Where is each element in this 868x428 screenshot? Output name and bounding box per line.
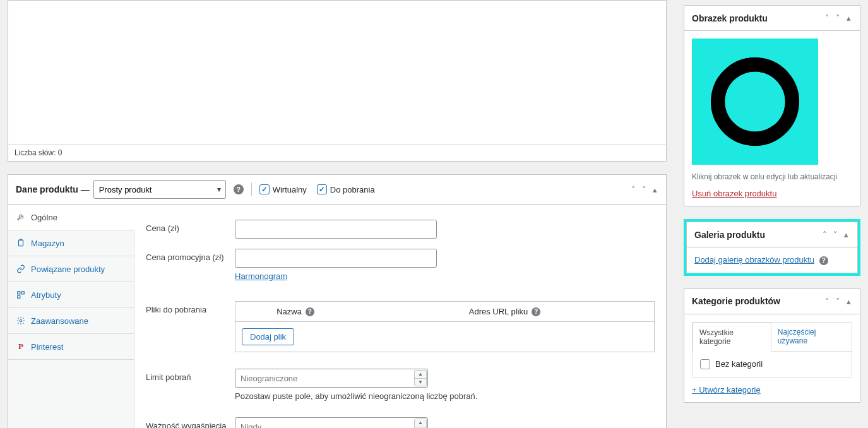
product-data-content: Cena (zł) Cena promocyjna (zł) Harmonogr… bbox=[134, 205, 666, 428]
spin-down-icon[interactable]: ▼ bbox=[415, 379, 426, 386]
tab-advanced[interactable]: Zaawansowane bbox=[8, 308, 134, 334]
svg-point-4 bbox=[20, 319, 22, 322]
move-down-icon[interactable]: ˅ bbox=[832, 229, 839, 241]
add-gallery-link[interactable]: Dodaj galerię obrazków produktu bbox=[694, 255, 814, 265]
sale-price-input[interactable] bbox=[235, 249, 437, 268]
number-spinner[interactable]: ▲▼ bbox=[414, 370, 427, 386]
virtual-label: Wirtualny bbox=[273, 185, 307, 194]
product-categories-panel: Kategorie produktów ˄˅▴ Wszystkie katego… bbox=[684, 288, 860, 403]
download-limit-input[interactable] bbox=[235, 369, 428, 388]
files-table-head: Nazwa ? Adres URL pliku ? bbox=[235, 302, 654, 322]
title-dash: — bbox=[78, 184, 90, 194]
download-expiry-label: Ważność wygaśnięcia bbox=[146, 421, 226, 428]
svg-rect-0 bbox=[19, 240, 23, 246]
product-image-title: Obrazek produktu bbox=[692, 13, 768, 23]
link-icon bbox=[16, 264, 26, 274]
product-image-panel: Obrazek produktu ˄˅▴ Kliknij obrazek w c… bbox=[684, 5, 860, 206]
move-up-icon[interactable]: ˄ bbox=[630, 184, 637, 196]
add-file-button[interactable]: Dodaj plik bbox=[242, 328, 294, 345]
add-category-link[interactable]: + Utwórz kategorię bbox=[692, 385, 761, 395]
editor-content-area[interactable] bbox=[8, 1, 666, 145]
word-count: Liczba słów: 0 bbox=[8, 145, 666, 161]
tab-pinterest[interactable]: P Pinterest bbox=[8, 334, 134, 360]
gear-icon bbox=[16, 316, 26, 326]
download-limit-hint: Pozostaw puste pole, aby umożliwić nieog… bbox=[235, 391, 655, 401]
product-data-header: Dane produktu — Prosty produkt ? Wirtual… bbox=[8, 175, 666, 205]
product-type-select[interactable]: Prosty produkt bbox=[93, 180, 226, 199]
schedule-link[interactable]: Harmonogram bbox=[235, 271, 287, 281]
toggle-panel-icon[interactable]: ▴ bbox=[843, 229, 850, 241]
clipboard-icon bbox=[16, 238, 26, 248]
attributes-icon bbox=[16, 290, 26, 300]
price-input[interactable] bbox=[235, 220, 437, 239]
download-limit-label: Limit pobrań bbox=[146, 372, 191, 382]
tab-attributes[interactable]: Atrybuty bbox=[8, 282, 134, 308]
move-down-icon[interactable]: ˅ bbox=[835, 12, 841, 24]
number-spinner[interactable]: ▲▼ bbox=[414, 419, 427, 428]
tab-attributes-label: Atrybuty bbox=[31, 290, 61, 300]
spin-up-icon[interactable]: ▲ bbox=[415, 371, 426, 379]
sale-price-label: Cena promocyjna (zł) bbox=[146, 253, 224, 262]
tab-inventory-label: Magazyn bbox=[31, 239, 64, 248]
remove-image-link[interactable]: Usuń obrazek produktu bbox=[692, 189, 776, 198]
separator bbox=[251, 182, 252, 196]
move-down-icon[interactable]: ˅ bbox=[835, 295, 841, 307]
product-data-tabs: Ogólne Magazyn Powiązane produkty bbox=[8, 205, 134, 428]
toggle-panel-icon[interactable]: ▴ bbox=[845, 12, 852, 24]
category-row[interactable]: Bez kategorii bbox=[700, 359, 844, 369]
product-image-caption: Kliknij obrazek w celu edycji lub aktual… bbox=[692, 172, 852, 181]
editor-panel: Liczba słów: 0 bbox=[8, 0, 667, 162]
tab-pinterest-label: Pinterest bbox=[31, 342, 63, 352]
toggle-panel-icon[interactable]: ▴ bbox=[651, 184, 658, 196]
svg-rect-1 bbox=[18, 292, 20, 294]
panel-controls: ˄ ˅ ▴ bbox=[630, 184, 658, 196]
categories-tab-all[interactable]: Wszystkie kategorie bbox=[693, 323, 771, 352]
downloadable-checkbox[interactable] bbox=[317, 184, 327, 194]
move-up-icon[interactable]: ˄ bbox=[824, 12, 831, 24]
tab-general[interactable]: Ogólne bbox=[8, 205, 134, 230]
product-data-title: Dane produktu bbox=[16, 184, 78, 194]
categories-title: Kategorie produktów bbox=[692, 296, 780, 306]
tab-general-label: Ogólne bbox=[31, 213, 57, 222]
tab-advanced-label: Zaawansowane bbox=[31, 316, 88, 326]
downloadable-label: Do pobrania bbox=[330, 185, 375, 194]
gallery-title: Galeria produktu bbox=[694, 230, 765, 240]
product-gallery-panel: Galeria produktu ˄˅▴ Dodaj galerię obraz… bbox=[686, 222, 858, 273]
spin-up-icon[interactable]: ▲ bbox=[415, 419, 426, 427]
category-checkbox[interactable] bbox=[700, 359, 710, 369]
product-data-body: Ogólne Magazyn Powiązane produkty bbox=[8, 205, 666, 428]
downloadable-checkbox-wrap[interactable]: Do pobrania bbox=[317, 184, 375, 194]
wrench-icon bbox=[16, 212, 26, 222]
tab-linked-label: Powiązane produkty bbox=[31, 265, 105, 274]
pinterest-icon: P bbox=[16, 342, 26, 352]
move-up-icon[interactable]: ˄ bbox=[821, 229, 828, 241]
category-uncategorized-label: Bez kategorii bbox=[715, 359, 763, 369]
move-up-icon[interactable]: ˄ bbox=[824, 295, 831, 307]
help-icon[interactable]: ? bbox=[819, 256, 828, 265]
files-table: Nazwa ? Adres URL pliku ? Dodaj plik bbox=[235, 301, 655, 352]
files-col-url: Adres URL pliku bbox=[469, 307, 528, 316]
gallery-highlight: Galeria produktu ˄˅▴ Dodaj galerię obraz… bbox=[684, 219, 860, 276]
virtual-checkbox[interactable] bbox=[259, 184, 270, 194]
move-down-icon[interactable]: ˅ bbox=[641, 184, 648, 196]
help-icon[interactable]: ? bbox=[234, 184, 244, 194]
price-label: Cena (zł) bbox=[146, 223, 179, 233]
files-col-name: Nazwa bbox=[276, 307, 302, 316]
files-label: Pliki do pobrania bbox=[146, 305, 206, 314]
help-icon[interactable]: ? bbox=[306, 307, 314, 316]
virtual-checkbox-wrap[interactable]: Wirtualny bbox=[259, 184, 307, 194]
svg-rect-2 bbox=[21, 292, 24, 294]
help-icon[interactable]: ? bbox=[532, 307, 540, 316]
download-expiry-input[interactable] bbox=[235, 417, 428, 428]
product-data-panel: Dane produktu — Prosty produkt ? Wirtual… bbox=[8, 174, 667, 428]
tab-inventory[interactable]: Magazyn bbox=[8, 230, 134, 256]
categories-tab-popular[interactable]: Najczęściej używane bbox=[771, 323, 852, 351]
svg-rect-3 bbox=[18, 295, 20, 298]
tab-linked[interactable]: Powiązane produkty bbox=[8, 256, 134, 282]
toggle-panel-icon[interactable]: ▴ bbox=[845, 295, 852, 307]
product-image-thumbnail[interactable] bbox=[692, 39, 818, 165]
